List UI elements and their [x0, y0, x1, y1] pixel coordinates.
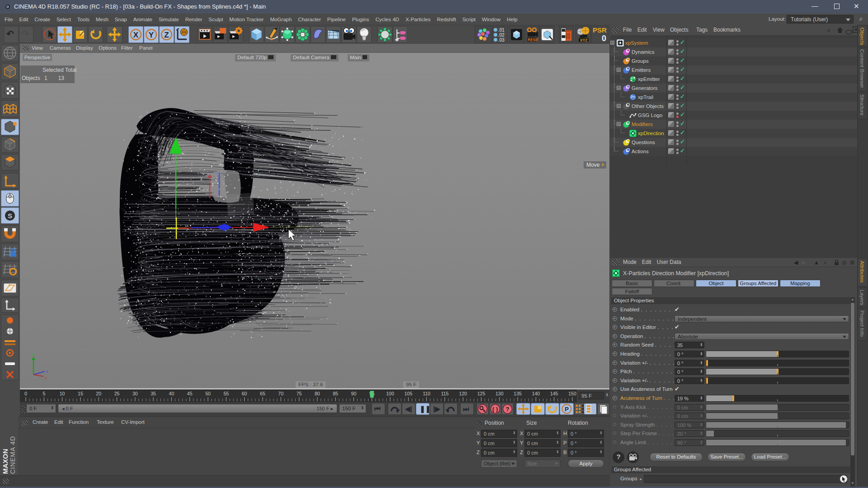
svg-text:120: 120	[459, 391, 467, 396]
svg-text:z: z	[46, 369, 48, 374]
svg-text:PSR: PSR	[593, 26, 607, 34]
svg-text:XYZ: XYZ	[580, 38, 588, 42]
svg-text:S: S	[8, 212, 12, 220]
svg-text:y: y	[32, 352, 34, 357]
svg-text:Y: Y	[149, 31, 154, 39]
svg-text:70: 70	[278, 391, 283, 396]
svg-text:Z: Z	[164, 31, 169, 39]
svg-text:.03: .03	[498, 38, 505, 42]
svg-text:10: 10	[60, 391, 65, 396]
svg-text:35: 35	[151, 391, 156, 396]
svg-text:20: 20	[96, 391, 101, 396]
svg-text:15: 15	[78, 391, 83, 396]
svg-text:75: 75	[297, 391, 302, 396]
svg-text:x: x	[45, 375, 47, 380]
svg-text:40: 40	[169, 391, 175, 396]
svg-text:65: 65	[260, 391, 265, 396]
svg-text:130: 130	[495, 391, 504, 396]
svg-text:25: 25	[114, 391, 120, 396]
svg-text:0: 0	[24, 391, 27, 396]
svg-text:100: 100	[386, 391, 394, 396]
svg-text:125: 125	[477, 391, 486, 396]
svg-text:105: 105	[405, 391, 413, 396]
svg-text:85: 85	[333, 391, 338, 396]
svg-text:X: X	[133, 31, 139, 39]
svg-text:50: 50	[205, 391, 211, 396]
svg-text:30: 30	[132, 391, 138, 396]
svg-text:?: ?	[506, 406, 509, 413]
svg-text:.02: .02	[498, 33, 505, 38]
svg-text:115: 115	[441, 391, 449, 396]
svg-text:135: 135	[514, 391, 522, 396]
svg-text:60: 60	[242, 391, 247, 396]
svg-text:5: 5	[42, 391, 45, 396]
svg-text:145: 145	[550, 391, 558, 396]
svg-text:140: 140	[532, 391, 540, 396]
svg-text:55: 55	[223, 391, 229, 396]
svg-text:90: 90	[351, 391, 357, 396]
svg-text:P: P	[565, 406, 569, 413]
svg-text:RESET: RESET	[528, 38, 539, 42]
svg-text:( ): ( )	[492, 406, 498, 413]
svg-text:110: 110	[423, 391, 430, 396]
svg-text:.01: .01	[498, 28, 505, 33]
svg-text:150: 150	[568, 391, 576, 396]
svg-text:45: 45	[187, 391, 193, 396]
svg-text:80: 80	[315, 391, 320, 396]
svg-text:0: 0	[602, 34, 606, 43]
